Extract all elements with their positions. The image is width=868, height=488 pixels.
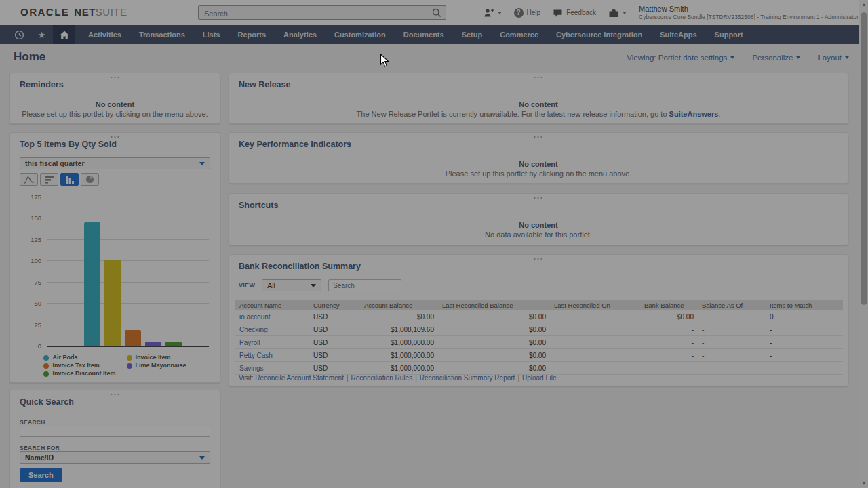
msg-text: . bbox=[718, 110, 720, 118]
create-new-icon bbox=[484, 7, 494, 18]
viewing-dropdown[interactable]: Viewing: Portlet date settings bbox=[627, 54, 734, 62]
table-cell: - bbox=[698, 339, 766, 346]
view-select[interactable]: All bbox=[262, 279, 321, 291]
nav-item-analytics[interactable]: Analytics bbox=[275, 25, 326, 44]
table-cell: - bbox=[766, 339, 843, 346]
portlet-drag-handle[interactable] bbox=[533, 258, 544, 261]
table-row: io accountUSD$0.00$0.00$0.000 bbox=[235, 310, 843, 323]
nav-item-reports[interactable]: Reports bbox=[229, 25, 275, 44]
table-cell: - bbox=[766, 365, 843, 372]
scroll-up-icon[interactable]: ▲ bbox=[859, 0, 868, 9]
chevron-down-icon bbox=[796, 56, 800, 59]
page-header-controls: Viewing: Portlet date settings Personali… bbox=[627, 54, 849, 62]
search-icon[interactable] bbox=[432, 8, 441, 18]
date-range-select[interactable]: this fiscal quarter bbox=[20, 157, 210, 169]
oracle-netsuite-logo[interactable]: ORACLENETSUITE bbox=[20, 6, 127, 18]
roles-menu[interactable] bbox=[608, 8, 627, 18]
page-title: Home bbox=[14, 50, 45, 64]
table-cell: $1,000,000.00 bbox=[360, 339, 438, 346]
pie-chart-button[interactable] bbox=[81, 173, 99, 186]
home-tab[interactable] bbox=[53, 25, 75, 44]
nav-item-cybersource-integration[interactable]: Cybersource Integration bbox=[547, 25, 651, 44]
portlet-drag-handle[interactable] bbox=[533, 197, 544, 200]
nav-item-activities[interactable]: Activities bbox=[79, 25, 130, 44]
hbar-chart-button[interactable] bbox=[40, 173, 58, 186]
account-link[interactable]: Checking bbox=[235, 326, 309, 333]
footer-link-reconciliation-rules[interactable]: Reconciliation Rules bbox=[351, 374, 413, 382]
nav-item-commerce[interactable]: Commerce bbox=[491, 25, 547, 44]
portlet-empty-state: No content Please set up this portlet by… bbox=[229, 160, 848, 178]
column-header-account-name[interactable]: Account Name bbox=[235, 302, 309, 309]
create-new-menu[interactable] bbox=[484, 7, 502, 18]
scroll-down-icon[interactable]: ▼ bbox=[859, 479, 868, 488]
nav-items: ActivitiesTransactionsListsReportsAnalyt… bbox=[79, 25, 752, 44]
legend-item-air-pods: Air Pods bbox=[43, 354, 115, 361]
nav-item-support[interactable]: Support bbox=[706, 25, 752, 44]
footer-separator: | bbox=[347, 374, 349, 382]
nav-item-suiteapps[interactable]: SuiteApps bbox=[651, 25, 705, 44]
column-header-balance-as-of[interactable]: Balance As Of bbox=[698, 302, 766, 309]
chevron-down-icon bbox=[199, 162, 205, 165]
account-link[interactable]: Savings bbox=[235, 365, 309, 372]
nav-item-setup[interactable]: Setup bbox=[453, 25, 492, 44]
chart-type-buttons bbox=[20, 173, 99, 186]
help-button[interactable]: ? Help bbox=[514, 8, 541, 18]
account-link[interactable]: Payroll bbox=[235, 339, 309, 346]
portlet-drag-handle[interactable] bbox=[110, 136, 121, 139]
scrollbar-thumb[interactable] bbox=[861, 12, 867, 305]
footer-link-upload-file[interactable]: Upload File bbox=[522, 374, 557, 382]
feedback-icon bbox=[553, 8, 563, 18]
legend-item-invoice-item: Invoice Item bbox=[127, 354, 186, 361]
empty-message: The New Release Portlet is currently una… bbox=[229, 110, 848, 118]
vbar-chart-button-selected[interactable] bbox=[60, 173, 79, 186]
set-up-link[interactable]: set up bbox=[47, 110, 67, 118]
portlet-empty-state: No content No data available for this po… bbox=[229, 221, 848, 239]
feedback-button[interactable]: Feedback bbox=[553, 8, 596, 18]
y-tick-label: 150 bbox=[20, 214, 41, 222]
column-header-currency[interactable]: Currency bbox=[309, 302, 360, 309]
suiteanswers-link[interactable]: SuiteAnswers bbox=[669, 110, 719, 118]
global-search-input[interactable] bbox=[203, 7, 429, 20]
table-cell: USD bbox=[309, 326, 360, 333]
nav-item-documents[interactable]: Documents bbox=[395, 25, 453, 44]
legend-label: Invoice Item bbox=[136, 354, 171, 361]
footer-link-reconcile-account-statement[interactable]: Reconcile Account Statement bbox=[255, 374, 344, 382]
portlet-drag-handle[interactable] bbox=[533, 76, 544, 79]
set-up-link[interactable]: set up bbox=[470, 169, 490, 178]
nav-item-customization[interactable]: Customization bbox=[326, 25, 395, 44]
portlet-drag-handle[interactable] bbox=[110, 76, 121, 79]
vertical-scrollbar[interactable]: ▲ ▼ bbox=[859, 0, 868, 488]
portlet-drag-handle[interactable] bbox=[110, 393, 121, 396]
line-chart-button[interactable] bbox=[20, 173, 38, 186]
quick-search-input[interactable] bbox=[24, 426, 209, 438]
legend-swatch bbox=[43, 371, 49, 377]
gridline bbox=[47, 239, 209, 240]
account-link[interactable]: io account bbox=[235, 313, 309, 321]
personalize-dropdown[interactable]: Personalize bbox=[752, 54, 800, 62]
nav-item-lists[interactable]: Lists bbox=[194, 25, 229, 44]
column-header-account-balance[interactable]: Account Balance bbox=[360, 302, 438, 309]
gridline bbox=[47, 325, 209, 325]
no-content-label: No content bbox=[10, 100, 220, 108]
column-header-items-to-match[interactable]: Items to Match bbox=[766, 302, 843, 309]
portlet-drag-handle[interactable] bbox=[533, 136, 544, 139]
table-cell: $0.00 bbox=[438, 339, 550, 346]
search-for-select[interactable]: Name/ID bbox=[20, 451, 210, 464]
user-menu[interactable]: Matthew Smith Cybersource Core Bundle [T… bbox=[639, 5, 859, 20]
chevron-down-icon bbox=[730, 56, 734, 59]
footer-link-reconciliation-summary-report[interactable]: Reconciliation Summary Report bbox=[420, 374, 515, 382]
bar-invoice-tax-item bbox=[125, 330, 141, 346]
nav-item-transactions[interactable]: Transactions bbox=[130, 25, 194, 44]
shortcuts-star-button[interactable]: ★ bbox=[31, 25, 53, 44]
column-header-bank-balance[interactable]: Bank Balance bbox=[640, 302, 698, 309]
bankrec-search-input[interactable] bbox=[328, 279, 401, 291]
layout-dropdown[interactable]: Layout bbox=[818, 54, 849, 62]
column-header-last-reconciled-balance[interactable]: Last Reconciled Balance bbox=[438, 302, 550, 309]
line-chart-icon bbox=[24, 176, 35, 184]
account-link[interactable]: Petty Cash bbox=[235, 352, 309, 359]
quick-search-button[interactable]: Search bbox=[20, 468, 62, 482]
column-header-last-reconciled-on[interactable]: Last Reconciled On bbox=[550, 302, 640, 309]
portlet-title: Top 5 Items By Qty Sold bbox=[20, 140, 117, 149]
pie-chart-icon bbox=[85, 175, 94, 184]
recent-records-button[interactable] bbox=[8, 25, 31, 44]
